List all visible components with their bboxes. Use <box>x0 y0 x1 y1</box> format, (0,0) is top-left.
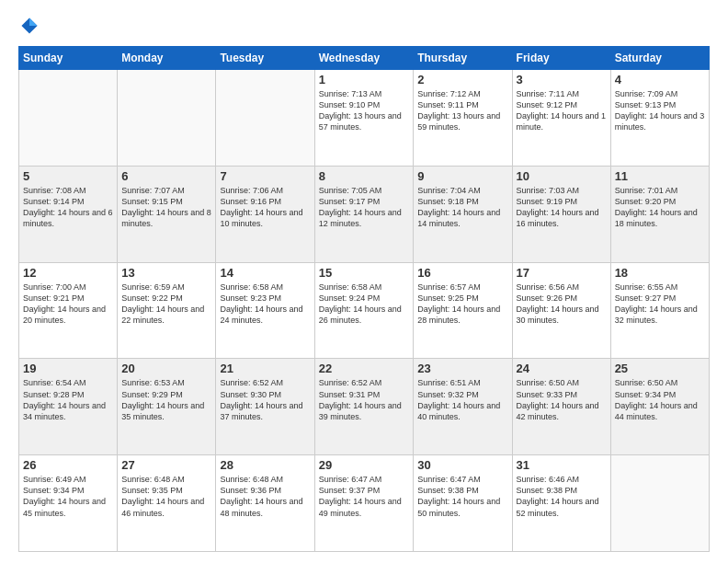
calendar-cell: 31Sunrise: 6:46 AM Sunset: 9:38 PM Dayli… <box>512 455 610 552</box>
day-info: Sunrise: 7:03 AM Sunset: 9:19 PM Dayligh… <box>517 185 607 230</box>
calendar-cell <box>118 70 216 167</box>
calendar-cell <box>216 70 314 167</box>
day-info: Sunrise: 6:54 AM Sunset: 9:28 PM Dayligh… <box>23 377 113 422</box>
day-number: 8 <box>319 169 410 183</box>
calendar-cell: 6Sunrise: 7:07 AM Sunset: 9:15 PM Daylig… <box>118 166 216 262</box>
day-info: Sunrise: 7:05 AM Sunset: 9:17 PM Dayligh… <box>319 185 410 230</box>
calendar-cell: 25Sunrise: 6:50 AM Sunset: 9:34 PM Dayli… <box>610 359 709 455</box>
page: SundayMondayTuesdayWednesdayThursdayFrid… <box>0 0 728 563</box>
day-info: Sunrise: 6:57 AM Sunset: 9:25 PM Dayligh… <box>417 282 507 327</box>
calendar-cell: 16Sunrise: 6:57 AM Sunset: 9:25 PM Dayli… <box>414 262 512 359</box>
calendar-cell: 29Sunrise: 6:47 AM Sunset: 9:37 PM Dayli… <box>314 455 414 552</box>
day-number: 10 <box>517 169 607 183</box>
day-info: Sunrise: 7:13 AM Sunset: 9:10 PM Dayligh… <box>319 88 410 133</box>
calendar-week-row: 12Sunrise: 7:00 AM Sunset: 9:21 PM Dayli… <box>19 262 710 359</box>
day-info: Sunrise: 6:47 AM Sunset: 9:38 PM Dayligh… <box>417 474 507 519</box>
calendar-cell: 19Sunrise: 6:54 AM Sunset: 9:28 PM Dayli… <box>19 359 118 455</box>
calendar-cell: 7Sunrise: 7:06 AM Sunset: 9:16 PM Daylig… <box>216 166 314 262</box>
calendar-cell: 4Sunrise: 7:09 AM Sunset: 9:13 PM Daylig… <box>610 70 709 167</box>
day-number: 20 <box>121 362 211 375</box>
calendar-table: SundayMondayTuesdayWednesdayThursdayFrid… <box>18 46 710 552</box>
day-number: 19 <box>23 362 113 375</box>
day-info: Sunrise: 7:01 AM Sunset: 9:20 PM Dayligh… <box>615 185 705 230</box>
weekday-header-row: SundayMondayTuesdayWednesdayThursdayFrid… <box>19 47 710 70</box>
calendar-cell: 9Sunrise: 7:04 AM Sunset: 9:18 PM Daylig… <box>414 166 512 262</box>
calendar-cell: 20Sunrise: 6:53 AM Sunset: 9:29 PM Dayli… <box>118 359 216 455</box>
day-info: Sunrise: 6:52 AM Sunset: 9:31 PM Dayligh… <box>319 377 410 422</box>
day-info: Sunrise: 7:11 AM Sunset: 9:12 PM Dayligh… <box>517 88 607 133</box>
calendar-cell: 28Sunrise: 6:48 AM Sunset: 9:36 PM Dayli… <box>216 455 314 552</box>
day-info: Sunrise: 7:00 AM Sunset: 9:21 PM Dayligh… <box>23 282 113 327</box>
calendar-cell: 8Sunrise: 7:05 AM Sunset: 9:17 PM Daylig… <box>314 166 414 262</box>
calendar-cell: 17Sunrise: 6:56 AM Sunset: 9:26 PM Dayli… <box>512 262 610 359</box>
calendar-cell: 22Sunrise: 6:52 AM Sunset: 9:31 PM Dayli… <box>314 359 414 455</box>
day-number: 15 <box>319 266 410 280</box>
day-info: Sunrise: 7:04 AM Sunset: 9:18 PM Dayligh… <box>417 185 507 230</box>
calendar-cell: 26Sunrise: 6:49 AM Sunset: 9:34 PM Dayli… <box>19 455 118 552</box>
calendar-week-row: 19Sunrise: 6:54 AM Sunset: 9:28 PM Dayli… <box>19 359 710 455</box>
day-info: Sunrise: 6:52 AM Sunset: 9:30 PM Dayligh… <box>220 377 310 422</box>
day-info: Sunrise: 7:09 AM Sunset: 9:13 PM Dayligh… <box>615 88 705 133</box>
day-number: 14 <box>220 266 310 280</box>
calendar-week-row: 1Sunrise: 7:13 AM Sunset: 9:10 PM Daylig… <box>19 70 710 167</box>
svg-marker-1 <box>29 17 38 26</box>
day-info: Sunrise: 6:47 AM Sunset: 9:37 PM Dayligh… <box>319 474 410 519</box>
day-number: 29 <box>319 458 410 472</box>
day-info: Sunrise: 6:59 AM Sunset: 9:22 PM Dayligh… <box>121 282 211 327</box>
calendar-cell: 1Sunrise: 7:13 AM Sunset: 9:10 PM Daylig… <box>314 70 414 167</box>
calendar-cell: 5Sunrise: 7:08 AM Sunset: 9:14 PM Daylig… <box>19 166 118 262</box>
day-info: Sunrise: 7:07 AM Sunset: 9:15 PM Dayligh… <box>121 185 211 230</box>
day-number: 25 <box>615 362 705 375</box>
day-number: 2 <box>417 73 507 86</box>
day-info: Sunrise: 7:06 AM Sunset: 9:16 PM Dayligh… <box>220 185 310 230</box>
day-info: Sunrise: 6:51 AM Sunset: 9:32 PM Dayligh… <box>417 377 507 422</box>
day-number: 4 <box>615 73 705 86</box>
day-number: 23 <box>417 362 507 375</box>
calendar-cell: 11Sunrise: 7:01 AM Sunset: 9:20 PM Dayli… <box>610 166 709 262</box>
day-number: 27 <box>121 458 211 472</box>
calendar-cell: 12Sunrise: 7:00 AM Sunset: 9:21 PM Dayli… <box>19 262 118 359</box>
calendar-cell: 27Sunrise: 6:48 AM Sunset: 9:35 PM Dayli… <box>118 455 216 552</box>
day-number: 7 <box>220 169 310 183</box>
day-number: 11 <box>615 169 705 183</box>
weekday-header-wednesday: Wednesday <box>314 47 414 70</box>
day-number: 17 <box>517 266 607 280</box>
day-info: Sunrise: 6:48 AM Sunset: 9:36 PM Dayligh… <box>220 474 310 519</box>
day-info: Sunrise: 7:08 AM Sunset: 9:14 PM Dayligh… <box>23 185 113 230</box>
calendar-cell: 21Sunrise: 6:52 AM Sunset: 9:30 PM Dayli… <box>216 359 314 455</box>
weekday-header-sunday: Sunday <box>19 47 118 70</box>
day-number: 1 <box>319 73 410 86</box>
calendar-cell: 18Sunrise: 6:55 AM Sunset: 9:27 PM Dayli… <box>610 262 709 359</box>
day-number: 24 <box>517 362 607 375</box>
calendar-cell: 14Sunrise: 6:58 AM Sunset: 9:23 PM Dayli… <box>216 262 314 359</box>
day-number: 13 <box>121 266 211 280</box>
day-info: Sunrise: 6:46 AM Sunset: 9:38 PM Dayligh… <box>517 474 607 519</box>
day-info: Sunrise: 6:55 AM Sunset: 9:27 PM Dayligh… <box>615 282 705 327</box>
calendar-cell: 24Sunrise: 6:50 AM Sunset: 9:33 PM Dayli… <box>512 359 610 455</box>
weekday-header-monday: Monday <box>118 47 216 70</box>
calendar-week-row: 5Sunrise: 7:08 AM Sunset: 9:14 PM Daylig… <box>19 166 710 262</box>
day-number: 12 <box>23 266 113 280</box>
day-info: Sunrise: 6:58 AM Sunset: 9:24 PM Dayligh… <box>319 282 410 327</box>
day-number: 22 <box>319 362 410 375</box>
weekday-header-thursday: Thursday <box>414 47 512 70</box>
day-number: 30 <box>417 458 507 472</box>
day-info: Sunrise: 6:49 AM Sunset: 9:34 PM Dayligh… <box>23 474 113 519</box>
calendar-cell: 23Sunrise: 6:51 AM Sunset: 9:32 PM Dayli… <box>414 359 512 455</box>
day-number: 31 <box>517 458 607 472</box>
calendar-cell <box>610 455 709 552</box>
calendar-cell: 2Sunrise: 7:12 AM Sunset: 9:11 PM Daylig… <box>414 70 512 167</box>
logo-icon <box>18 15 40 37</box>
day-info: Sunrise: 7:12 AM Sunset: 9:11 PM Dayligh… <box>417 88 507 133</box>
calendar-cell: 13Sunrise: 6:59 AM Sunset: 9:22 PM Dayli… <box>118 262 216 359</box>
day-info: Sunrise: 6:48 AM Sunset: 9:35 PM Dayligh… <box>121 474 211 519</box>
weekday-header-friday: Friday <box>512 47 610 70</box>
header <box>18 15 710 37</box>
day-info: Sunrise: 6:50 AM Sunset: 9:33 PM Dayligh… <box>517 377 607 422</box>
calendar-cell: 15Sunrise: 6:58 AM Sunset: 9:24 PM Dayli… <box>314 262 414 359</box>
day-number: 9 <box>417 169 507 183</box>
day-number: 21 <box>220 362 310 375</box>
day-number: 3 <box>517 73 607 86</box>
day-number: 26 <box>23 458 113 472</box>
calendar-cell <box>19 70 118 167</box>
